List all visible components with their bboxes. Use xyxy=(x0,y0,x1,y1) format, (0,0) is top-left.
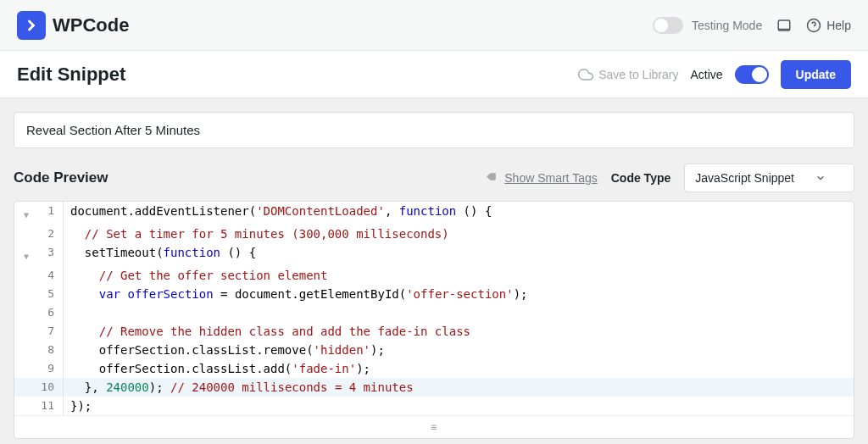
logo-icon xyxy=(17,11,46,40)
fold-gutter[interactable] xyxy=(14,397,38,415)
code-preview-title: Code Preview xyxy=(14,169,108,186)
code-text[interactable]: offerSection.classList.remove('hidden'); xyxy=(64,341,854,359)
fold-gutter[interactable] xyxy=(14,322,38,341)
code-line[interactable]: 11}); xyxy=(14,397,854,415)
code-line[interactable]: 5 var offerSection = document.getElement… xyxy=(14,285,854,303)
fold-gutter[interactable]: ▼ xyxy=(14,202,38,225)
app-header: WPCode Testing Mode Help xyxy=(0,0,868,51)
line-number: 4 xyxy=(38,266,64,285)
fold-gutter[interactable] xyxy=(14,225,38,243)
action-bar-right: Save to Library Active Update xyxy=(578,60,851,89)
preview-header: Code Preview Show Smart Tags Code Type J… xyxy=(14,164,854,192)
code-line[interactable]: ▼3 setTimeout(function () { xyxy=(14,243,854,266)
logo-text: WPCode xyxy=(53,14,129,36)
code-text[interactable]: setTimeout(function () { xyxy=(64,243,854,266)
code-text[interactable]: }); xyxy=(64,397,854,415)
active-toggle[interactable] xyxy=(735,65,769,84)
code-line[interactable]: 9 offerSection.classList.add('fade-in'); xyxy=(14,359,854,378)
code-line[interactable]: 4 // Get the offer section element xyxy=(14,266,854,285)
code-text[interactable]: // Remove the hidden class and add the f… xyxy=(64,322,854,341)
fold-gutter[interactable] xyxy=(14,303,38,322)
page-title: Edit Snippet xyxy=(17,64,125,86)
code-type-label: Code Type xyxy=(611,171,671,185)
testing-mode-label: Testing Mode xyxy=(692,19,762,32)
preview-controls: Show Smart Tags Code Type JavaScript Sni… xyxy=(484,164,854,192)
tags-icon xyxy=(484,171,499,185)
logo: WPCode xyxy=(17,11,129,40)
fold-gutter[interactable]: ▼ xyxy=(14,243,38,266)
code-text[interactable]: document.addEventListener('DOMContentLoa… xyxy=(64,202,854,225)
line-number: 10 xyxy=(38,378,64,397)
code-text[interactable]: var offerSection = document.getElementBy… xyxy=(64,285,854,303)
line-number: 6 xyxy=(38,303,64,322)
fold-gutter[interactable] xyxy=(14,341,38,359)
code-text[interactable]: // Get the offer section element xyxy=(64,266,854,285)
code-text[interactable] xyxy=(64,303,854,322)
save-to-library-label: Save to Library xyxy=(598,68,678,81)
save-to-library-link[interactable]: Save to Library xyxy=(578,67,678,82)
code-line[interactable]: 6 xyxy=(14,303,854,322)
help-link[interactable]: Help xyxy=(806,18,851,33)
help-icon xyxy=(806,18,821,33)
testing-mode-switch[interactable] xyxy=(653,17,683,34)
content-area: Code Preview Show Smart Tags Code Type J… xyxy=(0,98,868,444)
fold-gutter[interactable] xyxy=(14,359,38,378)
update-button[interactable]: Update xyxy=(781,60,851,89)
code-line[interactable]: 7 // Remove the hidden class and add the… xyxy=(14,322,854,341)
line-number: 11 xyxy=(38,397,64,415)
snippet-title-input[interactable] xyxy=(14,112,854,148)
line-number: 8 xyxy=(38,341,64,359)
line-number: 2 xyxy=(38,225,64,243)
code-editor[interactable]: ▼1document.addEventListener('DOMContentL… xyxy=(14,201,854,439)
line-number: 5 xyxy=(38,285,64,303)
line-number: 3 xyxy=(38,243,64,266)
chevron-down-icon xyxy=(815,172,826,184)
active-label: Active xyxy=(690,68,722,81)
resize-handle[interactable]: ≡ xyxy=(14,415,854,438)
action-bar: Edit Snippet Save to Library Active Upda… xyxy=(0,51,868,98)
show-smart-tags-link[interactable]: Show Smart Tags xyxy=(484,171,597,185)
line-number: 9 xyxy=(38,359,64,378)
line-number: 1 xyxy=(38,202,64,225)
header-right: Testing Mode Help xyxy=(653,17,851,34)
code-text[interactable]: // Set a timer for 5 minutes (300,000 mi… xyxy=(64,225,854,243)
fold-gutter[interactable] xyxy=(14,285,38,303)
cloud-icon xyxy=(578,67,593,82)
fold-gutter[interactable] xyxy=(14,378,38,397)
code-line[interactable]: ▼1document.addEventListener('DOMContentL… xyxy=(14,202,854,225)
line-number: 7 xyxy=(38,322,64,341)
testing-mode-toggle[interactable]: Testing Mode xyxy=(653,17,762,34)
code-text[interactable]: offerSection.classList.add('fade-in'); xyxy=(64,359,854,378)
show-smart-tags-label: Show Smart Tags xyxy=(504,171,597,185)
fold-gutter[interactable] xyxy=(14,266,38,285)
help-label: Help xyxy=(826,19,851,32)
code-line[interactable]: 10 }, 240000); // 240000 milliseconds = … xyxy=(14,378,854,397)
code-line[interactable]: 8 offerSection.classList.remove('hidden'… xyxy=(14,341,854,359)
code-text[interactable]: }, 240000); // 240000 milliseconds = 4 m… xyxy=(64,378,854,397)
code-type-select[interactable]: JavaScript Snippet xyxy=(684,164,854,192)
code-type-value: JavaScript Snippet xyxy=(695,171,794,185)
code-line[interactable]: 2 // Set a timer for 5 minutes (300,000 … xyxy=(14,225,854,243)
notifications-icon[interactable] xyxy=(776,17,793,34)
